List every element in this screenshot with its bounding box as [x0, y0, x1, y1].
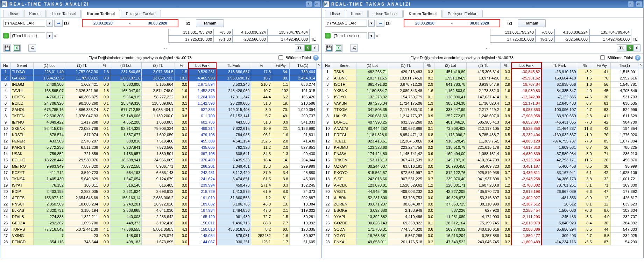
tab-kurum[interactable]: Kurum [24, 10, 46, 17]
row-senet[interactable]: AEFES [11, 195, 34, 201]
hdr-senet[interactable]: Senet [333, 62, 356, 69]
row-senet[interactable]: THYAO [11, 69, 34, 75]
row-senet[interactable]: EREGL [333, 132, 356, 138]
window-icon[interactable]: ▭ [314, 1, 320, 7]
window-icon[interactable]: ▭ [636, 1, 642, 7]
row-senet[interactable]: VKING [11, 232, 34, 239]
row-senet[interactable]: KRDMD [333, 144, 356, 151]
row-senet[interactable]: TRKCM [333, 157, 356, 163]
row-senet[interactable]: DOHOL [333, 119, 356, 125]
currency-eur-button[interactable]: € [312, 44, 319, 51]
row-senet[interactable]: TTKOM [333, 106, 356, 113]
date-from[interactable]: 23.03.2020 [404, 21, 445, 25]
hdr-tl2[interactable]: (2) TL [142, 62, 175, 69]
row-senet[interactable]: ISCTR [333, 81, 356, 88]
row-senet[interactable]: KRSTL [11, 132, 34, 138]
row-senet[interactable]: POLHO [11, 157, 34, 163]
hdr-lotfark[interactable]: Lot Fark [511, 62, 542, 69]
save-button[interactable]: 💾 [3, 44, 11, 52]
row-senet[interactable]: PENGD [11, 239, 34, 245]
row-senet[interactable]: ISGYO [333, 94, 356, 100]
hdr-pct2[interactable]: % [175, 62, 189, 69]
tab-pozisyon-farklari[interactable]: Pozisyon Farkları [121, 10, 161, 17]
row-senet[interactable]: GOZDE [333, 220, 356, 226]
row-senet[interactable]: GARAN [11, 75, 34, 81]
row-senet[interactable]: VESTL [333, 188, 356, 195]
hdr-tks[interactable]: Tks(1) [289, 62, 316, 69]
data-table[interactable]: No Senet (1) Lot (1) TL % (2) Lot (2) TL… [0, 62, 321, 258]
swap-icon[interactable]: ↔ [360, 46, 615, 50]
apply-arrow-icon[interactable]: ➡ [54, 20, 63, 27]
row-senet[interactable]: USAK [11, 151, 34, 157]
tab-kurum-tarihsel[interactable]: Kurum Tarihsel [403, 10, 442, 18]
swap-icon[interactable]: ↔ [38, 46, 293, 50]
hisse-dropdown[interactable]: ▾ [368, 32, 375, 39]
tab-kurum-tarihsel[interactable]: Kurum Tarihsel [82, 10, 120, 18]
hisse-dropdown[interactable]: ▾ [47, 32, 53, 39]
row-senet[interactable]: AKBNK [333, 75, 356, 81]
hdr-tks[interactable]: Tks(1) [611, 62, 638, 69]
hdr-lot1[interactable]: (1) Lot [356, 62, 388, 69]
row-senet[interactable]: ENKAI [333, 239, 356, 245]
row-senet[interactable]: GEDZA [11, 220, 34, 226]
bolunme-checkbox[interactable]: Bölünme Etkisi [599, 54, 633, 61]
row-senet[interactable]: FENER [11, 138, 34, 144]
excel-button[interactable]: X [335, 44, 342, 52]
row-senet[interactable]: IHLGM [11, 81, 34, 88]
hdr-tlfark[interactable]: TL Fark [216, 62, 251, 69]
tab-hisse-tarihsel[interactable]: Hisse Tarihsel [368, 10, 403, 17]
hdr-no[interactable]: No [1, 62, 11, 69]
row-senet[interactable]: SAHOL [11, 106, 34, 113]
row-senet[interactable]: ISYAT [11, 182, 34, 188]
help-icon[interactable]: ? [313, 55, 319, 61]
filter-icon[interactable] [3, 33, 9, 39]
print-button[interactable]: 🖨 [28, 44, 36, 52]
row-senet[interactable]: METRO [11, 163, 34, 169]
row-senet[interactable]: ALBRK [333, 195, 356, 201]
hdr-pct2[interactable]: % [500, 62, 511, 69]
row-senet[interactable]: EKGYO [333, 169, 356, 176]
row-senet[interactable]: OZKGY [333, 163, 356, 169]
hdr-tl1[interactable]: (1) TL [388, 62, 424, 69]
bolunme-checkbox[interactable]: Bölünme Etkisi [277, 54, 311, 61]
row-senet[interactable]: ENJSA [333, 151, 356, 157]
tab-pozisyon-farklari[interactable]: Pozisyon Farkları [443, 10, 483, 17]
hdr-lot1[interactable]: (1) Lot [33, 62, 65, 69]
hisse-input[interactable]: (Tüm Hisseler) [10, 32, 45, 39]
hdr-lotfark[interactable]: Lot Fark [189, 62, 216, 69]
kurum-input[interactable]: (*) YABANCILAR [3, 20, 45, 27]
date-range[interactable]: 23.03.2020 ↔ 30.03.2020 [404, 19, 500, 27]
excel-button[interactable]: X [13, 44, 21, 52]
row-senet[interactable]: BSOKE [333, 207, 356, 214]
hdr-tl2[interactable]: (2) TL [467, 62, 500, 69]
row-senet[interactable]: IEYHO [11, 119, 34, 125]
date-to[interactable]: 30.03.2020 [137, 21, 178, 25]
row-senet[interactable]: TAVHL [11, 88, 34, 94]
row-senet[interactable]: VAKBN [333, 100, 356, 106]
date-range[interactable]: 23.03.2020 ↔ 30.03.2020 [82, 19, 178, 27]
row-senet[interactable]: ECILC [11, 100, 34, 106]
kurum-dropdown[interactable]: ▾ [368, 20, 375, 27]
currency-tl-button[interactable]: TL [295, 44, 304, 51]
hisse-input[interactable]: (Tüm Hisseler) [332, 32, 367, 39]
currency-usd-button[interactable]: $ [627, 44, 634, 51]
row-senet[interactable]: YYAPI [333, 214, 356, 220]
hdr-tl1[interactable]: (1) TL [65, 62, 99, 69]
hdr-pct1[interactable]: % [99, 62, 110, 69]
hdr-piy[interactable]: %(Piy [272, 62, 289, 69]
tab-kurum[interactable]: Kurum [346, 10, 368, 17]
kurum-input[interactable]: (*) YABANCILAR [325, 20, 367, 27]
row-senet[interactable]: ARCLK [333, 182, 356, 188]
row-senet[interactable]: TKNSA [11, 176, 34, 182]
date-swap-icon[interactable]: ↔ [123, 21, 137, 25]
row-senet[interactable]: SISE [333, 176, 356, 182]
hdr-senet[interactable]: Senet [11, 62, 34, 69]
hdr-piy[interactable]: %(Piy [593, 62, 610, 69]
row-senet[interactable]: ANACM [333, 125, 356, 132]
row-senet[interactable]: EDIP [11, 188, 34, 195]
row-senet[interactable]: SKBNK [11, 125, 34, 132]
tamam-button[interactable]: Tamam [518, 19, 546, 27]
kurum-dropdown[interactable]: ▾ [47, 20, 53, 27]
date-swap-icon[interactable]: ↔ [445, 21, 459, 25]
row-senet[interactable]: SODA [333, 226, 356, 232]
